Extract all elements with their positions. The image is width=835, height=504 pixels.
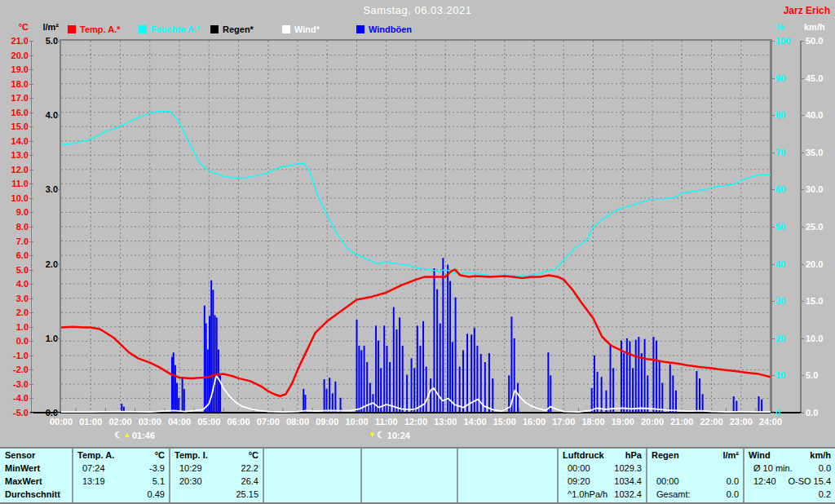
arrow-down-icon: ▼ xyxy=(369,431,376,439)
rain-axis-label: 1.0 xyxy=(29,334,58,343)
table-row-label: MaxWert xyxy=(0,475,72,488)
sensor-name: Temp. A. xyxy=(77,449,114,462)
temp-axis-tick xyxy=(29,126,33,127)
table-value-cell: ^1.0hPa/h1032.4 xyxy=(559,488,646,501)
x-axis-label: 20:00 xyxy=(636,417,669,427)
value-number: 0.49 xyxy=(148,488,165,501)
x-axis-label: 15:00 xyxy=(488,417,521,427)
rain-axis-tick xyxy=(56,189,60,190)
temp-axis-tick xyxy=(29,384,33,385)
temp-axis-label: 13.0 xyxy=(0,150,29,160)
value-number: 0.2 xyxy=(819,488,831,501)
temp-axis-label: 14.0 xyxy=(0,136,29,146)
wind-line xyxy=(61,375,771,412)
humidity-axis-tick xyxy=(771,189,775,190)
table-value-cell: 00:000.0 xyxy=(647,475,743,488)
humidity-axis-label: 90 xyxy=(775,73,800,83)
humidity-axis-label: 10 xyxy=(775,370,800,380)
x-axis-label: 10:00 xyxy=(341,417,373,427)
humidity-axis-label: 100 xyxy=(775,36,800,46)
value-time: ^1.0hPa/h xyxy=(563,488,607,501)
legend-swatch xyxy=(282,25,290,33)
table-value-cell xyxy=(458,475,557,488)
value-time xyxy=(366,462,371,475)
legend-label: Wind* xyxy=(294,24,320,34)
temp-axis-tick xyxy=(29,398,33,399)
temp-axis-label: 7.0 xyxy=(0,237,29,246)
table-value-cell xyxy=(362,475,457,488)
x-axis-label: 16:00 xyxy=(518,417,550,427)
station-name: Jarz Erich xyxy=(784,5,830,16)
table-value-cell xyxy=(647,462,743,475)
humidity-axis-tick xyxy=(771,115,775,116)
temp-axis-tick xyxy=(29,170,33,170)
temp-axis-label: 10.0 xyxy=(0,193,29,203)
value-time: 10:29 xyxy=(175,462,202,475)
windb-en-bars xyxy=(121,258,762,412)
wind-axis-label: 30.0 xyxy=(806,184,833,194)
table-value-cell: 13:195.1 xyxy=(73,475,169,488)
temp-axis-tick xyxy=(29,356,33,356)
sensor-unit: °C xyxy=(249,449,258,462)
table-column-empty-4 xyxy=(457,449,557,502)
sensor-unit: l/m² xyxy=(722,449,739,462)
wind-axis-tick xyxy=(800,301,804,302)
temp-axis-tick xyxy=(29,284,33,285)
value-number: 1029.3 xyxy=(614,462,642,475)
chart-plot xyxy=(61,41,771,413)
temp-axis-unit: °C xyxy=(0,22,29,32)
wind-axis-tick xyxy=(800,227,804,228)
weather-station-app: Samstag, 06.03.2021 Jarz Erich °C l/m² %… xyxy=(0,0,835,504)
value-time: Ø 10 min. xyxy=(749,462,793,475)
table-value-cell xyxy=(264,462,360,475)
value-number: -3.9 xyxy=(149,462,165,475)
table-column-regen: Regenl/m²00:000.0Gesamt:0.0 xyxy=(646,449,743,502)
moon-icon: ☾ xyxy=(377,431,385,440)
humidity-axis-tick xyxy=(771,264,775,265)
temp-axis-label: 21.0 xyxy=(0,36,29,46)
value-number: O-SO 15.4 xyxy=(788,475,831,488)
value-time xyxy=(462,462,467,475)
table-value-cell xyxy=(362,462,457,475)
x-axis-label: 06:00 xyxy=(223,417,255,427)
legend-swatch xyxy=(68,25,76,33)
table-value-cell: Ø 10 min.0.0 xyxy=(744,462,835,475)
wind-axis-tick xyxy=(800,153,804,153)
humidity-axis-label: 70 xyxy=(775,148,800,157)
table-value-cell: 07:24-3.9 xyxy=(73,462,169,475)
marker-time-label: 01:46 xyxy=(132,431,155,440)
humidity-axis-tick xyxy=(771,338,775,339)
wind-axis-label: 25.0 xyxy=(806,222,833,232)
legend-item: Regen* xyxy=(210,24,254,34)
value-time: 20:30 xyxy=(175,475,202,488)
x-axis-label: 03:00 xyxy=(134,417,166,427)
x-axis-label: 23:00 xyxy=(725,417,758,427)
value-number: 0.0 xyxy=(819,462,831,475)
humidity-axis-label: 30 xyxy=(775,296,800,306)
temp-axis-label: 2.0 xyxy=(0,307,29,317)
x-axis-label: 08:00 xyxy=(281,417,314,427)
page-title: Samstag, 06.03.2021 xyxy=(0,4,835,16)
temp-axis-tick xyxy=(29,141,33,142)
legend-label: Windböen xyxy=(369,24,412,34)
wind-axis-label: 45.0 xyxy=(806,73,833,83)
humidity-axis-label: 50 xyxy=(775,222,800,232)
temp-axis-label: -3.0 xyxy=(0,379,29,389)
wind-axis-tick xyxy=(800,413,804,413)
table-column-header xyxy=(458,449,557,462)
temp-axis-tick xyxy=(29,98,33,99)
legend-label: Temp. A.* xyxy=(80,24,121,34)
temp-axis-tick xyxy=(29,55,33,56)
table-column-temp-i-: Temp. I.°C10:2922.220:3026.425.15 xyxy=(169,449,263,502)
table-column-header: Temp. I.°C xyxy=(170,449,263,462)
temp-axis-label: 19.0 xyxy=(0,64,29,74)
temp-axis-label: 16.0 xyxy=(0,108,29,117)
rain-axis-tick xyxy=(56,413,60,413)
table-column-header: Windkm/h xyxy=(744,449,835,462)
humidity-axis-tick xyxy=(771,78,775,79)
rain-axis-tick xyxy=(56,264,60,265)
table-value-cell: 12:40O-SO 15.4 xyxy=(744,475,835,488)
table-value-cell xyxy=(458,462,557,475)
value-time xyxy=(175,488,179,501)
value-time xyxy=(77,488,82,501)
